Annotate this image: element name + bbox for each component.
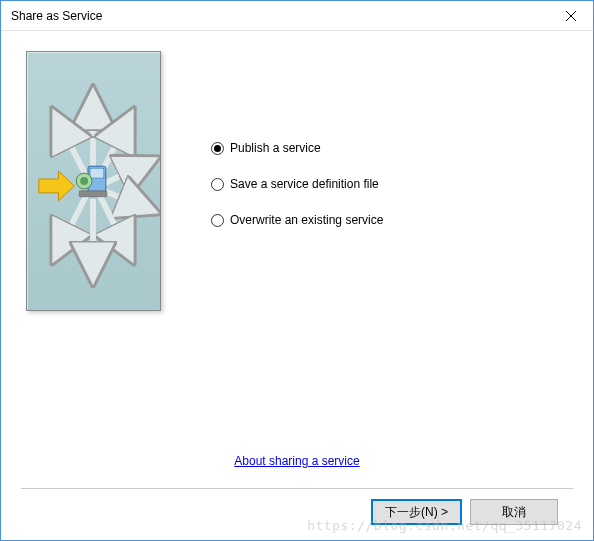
close-icon bbox=[566, 11, 576, 21]
button-bar: 下一步(N) > 取消 bbox=[21, 499, 573, 540]
help-link-area: About sharing a service bbox=[21, 444, 573, 488]
radio-icon bbox=[211, 178, 224, 191]
svg-line-4 bbox=[61, 127, 86, 176]
svg-line-8 bbox=[100, 196, 125, 245]
next-button[interactable]: 下一步(N) > bbox=[371, 499, 462, 525]
radio-label: Publish a service bbox=[230, 141, 321, 155]
dialog-title: Share as Service bbox=[11, 9, 102, 23]
about-sharing-link[interactable]: About sharing a service bbox=[234, 454, 359, 468]
radio-label: Overwrite an existing service bbox=[230, 213, 383, 227]
titlebar: Share as Service bbox=[1, 1, 593, 31]
svg-line-6 bbox=[104, 166, 140, 184]
radio-icon bbox=[211, 142, 224, 155]
service-illustration bbox=[26, 51, 161, 311]
svg-marker-11 bbox=[39, 171, 74, 201]
separator bbox=[21, 488, 573, 489]
svg-rect-16 bbox=[79, 191, 107, 197]
svg-line-9 bbox=[61, 196, 86, 245]
share-as-service-dialog: Share as Service bbox=[0, 0, 594, 541]
radio-publish-service[interactable]: Publish a service bbox=[211, 141, 383, 155]
close-button[interactable] bbox=[548, 1, 593, 31]
svg-point-15 bbox=[80, 177, 88, 185]
main-area: Publish a service Save a service definit… bbox=[21, 46, 573, 444]
dialog-content: Publish a service Save a service definit… bbox=[1, 31, 593, 540]
radio-overwrite-service[interactable]: Overwrite an existing service bbox=[211, 213, 383, 227]
options-group: Publish a service Save a service definit… bbox=[211, 46, 383, 444]
radio-icon bbox=[211, 214, 224, 227]
svg-rect-13 bbox=[90, 168, 104, 178]
radio-label: Save a service definition file bbox=[230, 177, 379, 191]
cancel-button[interactable]: 取消 bbox=[470, 499, 558, 525]
radio-save-definition[interactable]: Save a service definition file bbox=[211, 177, 383, 191]
svg-line-7 bbox=[104, 191, 140, 206]
server-broadcast-icon bbox=[27, 51, 160, 311]
